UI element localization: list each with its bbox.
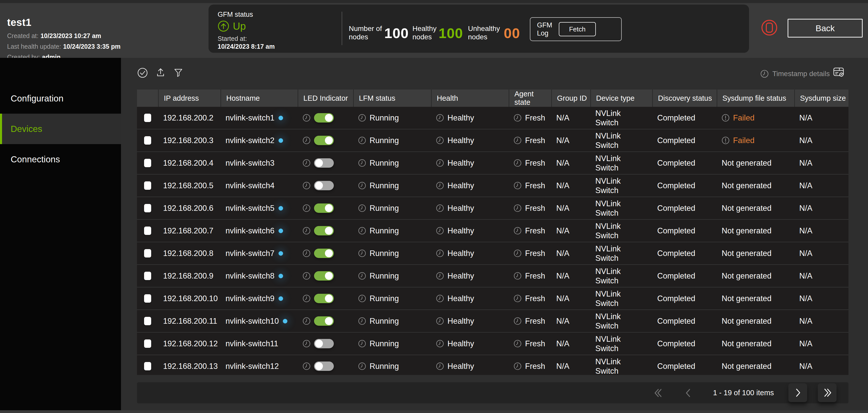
- timestamp-clock-icon: [436, 204, 444, 212]
- discovery-status-cell: Completed: [652, 152, 717, 174]
- select-all-icon[interactable]: [137, 67, 148, 78]
- led-indicator-toggle[interactable]: [314, 203, 334, 213]
- window-bottom-edge: [0, 410, 868, 413]
- gfm-started-label: Started at:: [218, 35, 247, 42]
- led-indicator-toggle[interactable]: [314, 271, 334, 281]
- device-type-cell: NVLink Switch: [590, 107, 652, 129]
- devices-table: IP addressHostnameLED IndicatorLFM statu…: [137, 90, 848, 375]
- discovery-status-cell: Completed: [652, 129, 717, 152]
- lfm-status-cell: Running: [353, 310, 431, 332]
- agent-state-cell: Fresh: [508, 265, 551, 287]
- group-id-cell: N/A: [551, 332, 590, 355]
- lfm-status-cell: Running: [353, 107, 431, 129]
- ip-address-cell: 192.168.200.2: [158, 107, 220, 129]
- back-button[interactable]: Back: [787, 19, 863, 37]
- row-checkbox[interactable]: [144, 317, 151, 325]
- first-page-button[interactable]: [652, 387, 663, 399]
- lfm-status-cell: Running: [353, 287, 431, 310]
- chevron-right-icon: [792, 387, 803, 398]
- table-row: 192.168.200.13nvlink-switch12RunningHeal…: [137, 355, 848, 375]
- row-checkbox[interactable]: [144, 340, 151, 348]
- row-checkbox[interactable]: [144, 226, 151, 235]
- upload-icon[interactable]: [155, 67, 166, 77]
- agent-state-cell: Fresh: [508, 174, 551, 197]
- hostname-indicator-dot: [279, 274, 283, 278]
- filter-icon[interactable]: [173, 67, 184, 78]
- led-indicator-toggle[interactable]: [314, 113, 334, 123]
- lfm-status-cell: Running: [353, 174, 431, 197]
- health-cell: Healthy: [431, 174, 508, 197]
- created-at-line: Created at:10/23/2023 10:27 am: [7, 32, 121, 39]
- row-checkbox[interactable]: [144, 272, 151, 280]
- row-checkbox[interactable]: [144, 181, 151, 190]
- column-header-agent-state: Agent state: [508, 90, 551, 107]
- led-indicator-toggle[interactable]: [314, 226, 334, 235]
- row-checkbox[interactable]: [144, 136, 151, 145]
- sysdump-size-cell: N/A: [794, 220, 848, 242]
- timestamp-clock-icon: [303, 114, 310, 122]
- timestamp-clock-icon: [358, 249, 366, 257]
- fetch-button[interactable]: Fetch: [559, 22, 596, 36]
- toggle-knob: [315, 362, 323, 370]
- row-checkbox-cell: [137, 355, 158, 375]
- unhealthy-nodes-value: 00: [504, 25, 520, 41]
- header-checkbox-column: [137, 90, 158, 107]
- sidebar-item-configuration[interactable]: Configuration: [0, 83, 121, 114]
- timestamp-details-control[interactable]: Timestamp details: [760, 69, 830, 78]
- toggle-knob: [325, 227, 333, 235]
- row-checkbox[interactable]: [144, 204, 151, 212]
- led-indicator-toggle[interactable]: [314, 361, 334, 371]
- device-type-cell: NVLink Switch: [590, 174, 652, 197]
- hostname-cell: nvlink-switch7: [220, 242, 298, 264]
- table-row: 192.168.200.8nvlink-switch7RunningHealth…: [137, 242, 848, 265]
- group-id-cell: N/A: [551, 152, 590, 174]
- row-checkbox[interactable]: [144, 249, 151, 257]
- table-settings-icon[interactable]: [833, 66, 845, 78]
- hostname-indicator-dot: [279, 116, 283, 120]
- led-indicator-toggle[interactable]: [314, 249, 334, 258]
- led-indicator-toggle[interactable]: [314, 136, 334, 145]
- device-type-cell: NVLink Switch: [590, 197, 652, 219]
- timestamp-clock-icon: [514, 182, 522, 190]
- agent-state-cell: Fresh: [508, 355, 551, 375]
- discovery-status-cell: Completed: [652, 242, 717, 264]
- row-checkbox[interactable]: [144, 294, 151, 303]
- led-indicator-cell: [298, 287, 353, 310]
- hostname-cell: nvlink-switch2: [220, 129, 298, 152]
- ip-address-cell: 192.168.200.7: [158, 220, 220, 242]
- table-body: 192.168.200.2nvlink-switch1RunningHealth…: [137, 107, 848, 375]
- sidebar-item-devices[interactable]: Devices: [0, 114, 121, 144]
- row-checkbox[interactable]: [144, 159, 151, 167]
- led-indicator-cell: [298, 129, 353, 152]
- timestamp-clock-icon: [358, 272, 366, 280]
- led-indicator-toggle[interactable]: [314, 181, 334, 190]
- led-indicator-toggle[interactable]: [314, 339, 334, 348]
- led-indicator-toggle[interactable]: [314, 316, 334, 326]
- sidebar-item-connections[interactable]: Connections: [0, 144, 121, 174]
- last-page-button[interactable]: [818, 383, 837, 402]
- group-id-cell: N/A: [551, 197, 590, 219]
- timestamp-clock-icon: [303, 136, 310, 144]
- row-checkbox[interactable]: [144, 362, 151, 370]
- device-type-cell: NVLink Switch: [590, 332, 652, 355]
- record-status-icon[interactable]: [762, 20, 777, 35]
- lfm-status-cell: Running: [353, 242, 431, 264]
- group-id-cell: N/A: [551, 265, 590, 287]
- timestamp-clock-icon: [358, 204, 366, 212]
- led-indicator-toggle[interactable]: [314, 158, 334, 168]
- row-checkbox[interactable]: [144, 114, 151, 122]
- health-cell: Healthy: [431, 107, 508, 129]
- timestamp-clock-icon: [358, 136, 366, 144]
- created-at-value: 10/23/2023 10:27 am: [40, 32, 101, 39]
- led-indicator-toggle[interactable]: [314, 294, 334, 303]
- healthy-nodes-label: Healthynodes: [412, 24, 437, 41]
- timestamp-clock-icon: [514, 136, 522, 144]
- next-page-button[interactable]: [788, 383, 807, 402]
- sysdump-file-status-cell: Not generated: [717, 287, 794, 310]
- ip-address-cell: 192.168.200.10: [158, 287, 220, 310]
- led-indicator-cell: [298, 220, 353, 242]
- previous-page-button[interactable]: [683, 387, 694, 399]
- hostname-cell: nvlink-switch10: [220, 310, 298, 332]
- column-header-health: Health: [431, 90, 508, 107]
- ip-address-cell: 192.168.200.3: [158, 129, 220, 152]
